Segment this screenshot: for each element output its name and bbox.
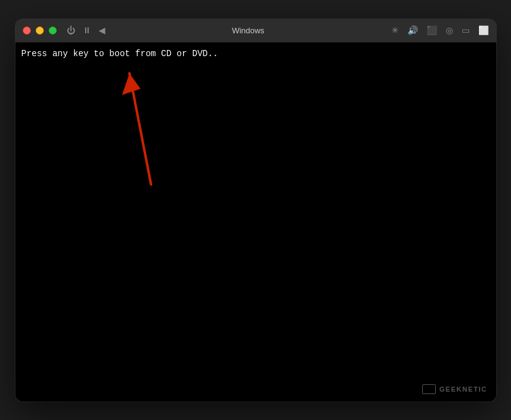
watermark-box-icon bbox=[422, 384, 436, 394]
minimize-button[interactable] bbox=[36, 27, 44, 35]
watermark-text: GEEKNETIC bbox=[439, 385, 488, 393]
traffic-lights bbox=[23, 27, 57, 35]
maximize-button[interactable] bbox=[49, 27, 57, 35]
watermark: GEEKNETIC bbox=[422, 384, 488, 394]
audio-icon[interactable]: 🔊 bbox=[407, 25, 418, 35]
window-title: Windows bbox=[105, 26, 391, 35]
pause-icon[interactable]: ⏸ bbox=[83, 25, 91, 35]
brightness-icon[interactable]: ✳ bbox=[391, 25, 399, 35]
screen-lock-icon[interactable]: ▭ bbox=[462, 25, 470, 35]
boot-message: Press any key to boot from CD or DVD.. bbox=[22, 47, 490, 60]
airplay-icon[interactable]: ⬜ bbox=[478, 25, 489, 35]
face-id-icon[interactable]: ◎ bbox=[446, 25, 453, 35]
terminal-screen[interactable]: Press any key to boot from CD or DVD.. G… bbox=[15, 43, 496, 401]
annotation-arrow bbox=[105, 55, 179, 193]
battery-icon[interactable]: ⬛ bbox=[427, 25, 437, 35]
back-icon[interactable]: ◀ bbox=[99, 25, 105, 35]
titlebar: ⏻ ⏸ ◀ Windows ✳ 🔊 ⬛ ◎ ▭ ⬜ bbox=[15, 19, 496, 43]
svg-marker-1 bbox=[122, 73, 141, 95]
virtual-machine-window: ⏻ ⏸ ◀ Windows ✳ 🔊 ⬛ ◎ ▭ ⬜ Press any key … bbox=[15, 19, 496, 401]
titlebar-controls: ⏻ ⏸ ◀ bbox=[67, 25, 105, 35]
close-button[interactable] bbox=[23, 27, 31, 35]
svg-line-0 bbox=[129, 73, 151, 184]
titlebar-right-icons: ✳ 🔊 ⬛ ◎ ▭ ⬜ bbox=[391, 25, 489, 35]
power-icon[interactable]: ⏻ bbox=[67, 25, 75, 35]
